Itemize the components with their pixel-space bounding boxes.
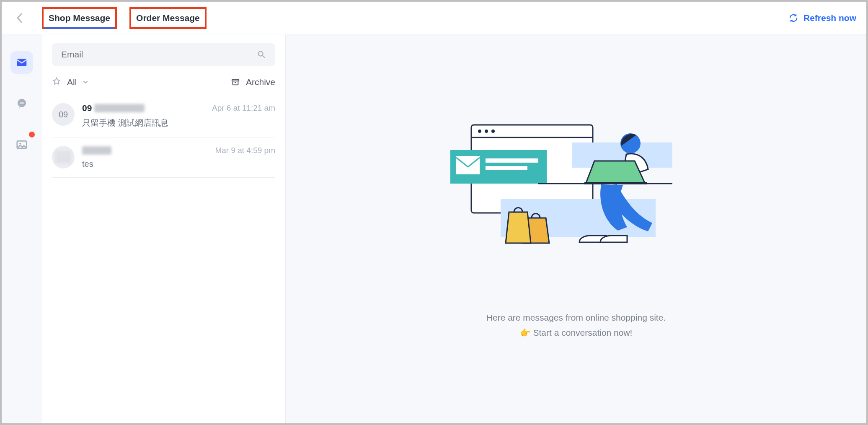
archive-label: Archive: [246, 77, 275, 87]
svg-rect-16: [486, 158, 538, 163]
image-icon: [16, 138, 28, 151]
search-field[interactable]: [52, 43, 275, 66]
refresh-label: Refresh now: [803, 13, 856, 23]
rail-item-mail[interactable]: [10, 51, 33, 74]
rail-badge: [29, 132, 35, 137]
message-preview: 只留手機 測試網店訊息: [82, 117, 275, 129]
main-panel: Here are messages from online shopping s…: [286, 34, 866, 423]
chat-icon: [16, 97, 28, 110]
tab-shop-message[interactable]: Shop Message: [42, 7, 117, 29]
avatar: [52, 146, 75, 168]
refresh-icon: [788, 13, 798, 23]
message-time: Apr 6 at 11:21 am: [212, 104, 275, 113]
svg-rect-17: [486, 166, 527, 170]
empty-state-illustration: [446, 117, 706, 277]
svg-rect-20: [584, 182, 647, 184]
svg-rect-6: [232, 80, 239, 81]
svg-rect-2: [20, 103, 24, 104]
message-sender: 09: [82, 103, 145, 113]
filter-all-dropdown[interactable]: All: [67, 77, 88, 87]
message-preview: tes: [82, 159, 275, 169]
pointing-hand-icon: 👉: [520, 328, 531, 337]
chevron-down-icon: [83, 77, 88, 87]
filter-all-label: All: [67, 77, 77, 87]
refresh-button[interactable]: Refresh now: [788, 13, 856, 23]
message-item[interactable]: 09 09 Apr 6 at 11:21 am 只留手機 測試網店訊息: [52, 95, 275, 137]
svg-rect-15: [456, 156, 480, 174]
svg-point-11: [491, 130, 495, 133]
message-sender: [82, 146, 111, 155]
empty-state-line1: Here are messages from online shopping s…: [486, 310, 666, 325]
archive-icon: [231, 78, 240, 87]
back-button[interactable]: [13, 12, 25, 24]
empty-state-line2: 👉Start a conversation now!: [486, 325, 666, 340]
mail-icon: [16, 56, 28, 69]
side-rail: [2, 34, 42, 423]
message-time: Mar 9 at 4:59 pm: [215, 146, 275, 155]
archive-button[interactable]: Archive: [231, 77, 275, 87]
search-icon: [257, 50, 266, 59]
search-input[interactable]: [61, 49, 257, 60]
rail-item-image[interactable]: [10, 133, 33, 156]
svg-point-4: [19, 143, 21, 145]
avatar: 09: [52, 103, 75, 126]
tab-order-message[interactable]: Order Message: [129, 7, 207, 29]
message-item[interactable]: Mar 9 at 4:59 pm tes: [52, 137, 275, 178]
rail-item-chat[interactable]: [10, 92, 33, 115]
star-icon[interactable]: [52, 77, 61, 88]
svg-point-10: [485, 130, 488, 133]
svg-point-9: [478, 130, 481, 133]
message-list-panel: All Archive 09 09 Apr 6 at 11:21 am 只留手機…: [42, 34, 286, 423]
